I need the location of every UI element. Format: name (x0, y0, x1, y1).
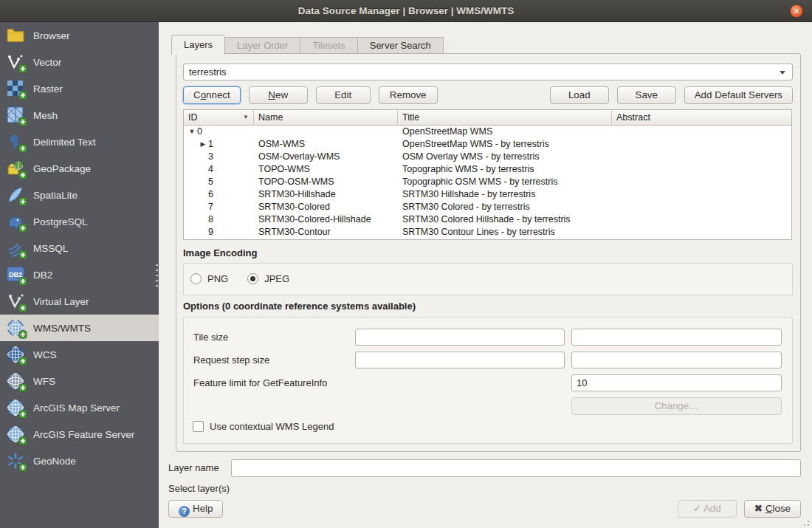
dialog-buttons: ?Help ✓Add ✖Close (168, 500, 801, 518)
connect-button[interactable]: Connect (183, 86, 241, 104)
request-step-height-input[interactable] (571, 352, 782, 368)
png-radio-label[interactable]: PNG (207, 273, 228, 284)
table-row[interactable]: 6 SRTM30-Hillshade SRTM30 Hillshade - by… (184, 188, 791, 201)
feature-limit-input[interactable] (571, 374, 782, 391)
tile-size-height-input[interactable] (571, 329, 782, 346)
table-row[interactable]: 7 SRTM30-Colored SRTM30 Colored - by ter… (184, 201, 791, 213)
remove-button[interactable]: Remove (379, 86, 438, 104)
plus-badge-icon (18, 330, 27, 339)
column-header-abstract[interactable]: Abstract (612, 110, 791, 126)
plus-badge-icon (18, 277, 27, 286)
tile-size-width-input[interactable] (355, 329, 565, 346)
chevron-down-icon (780, 71, 785, 75)
plus-badge-icon (18, 383, 27, 392)
sidebar-item-browser[interactable]: Browser (0, 22, 159, 49)
expander-icon (198, 201, 208, 213)
sidebar-item-virtual-layer[interactable]: Virtual Layer (0, 288, 159, 315)
table-row[interactable]: ▶1 OSM-WMS OpenStreetMap WMS - by terres… (184, 138, 791, 151)
server-select-combo[interactable]: terrestris (183, 64, 793, 80)
sidebar-item-wms-wmts[interactable]: WMS/WMTS (0, 315, 159, 341)
window-title: Data Source Manager | Browser | WMS/WMTS (0, 0, 812, 22)
folder-icon (7, 27, 24, 44)
help-button[interactable]: ?Help (168, 500, 223, 518)
tab-layer-order: Layer Order (225, 37, 300, 54)
sidebar-item-mssql[interactable]: MSSQL (0, 235, 159, 261)
image-encoding-title: Image Encoding (183, 247, 257, 258)
expander-icon (198, 188, 208, 201)
image-encoding-group: PNG JPEG (183, 263, 793, 295)
expander-icon[interactable]: ▶ (198, 138, 208, 151)
tab-layers[interactable]: Layers (171, 35, 225, 55)
table-row[interactable]: 5 TOPO-OSM-WMS Topographic OSM WMS - by … (184, 176, 791, 188)
add-default-servers-button[interactable]: Add Default Servers (684, 86, 793, 104)
sidebar-item-arcgis-feature-server[interactable]: ArcGIS Feature Server (0, 421, 159, 448)
expander-icon (198, 163, 208, 176)
plus-badge-icon (18, 436, 27, 445)
sidebar-item-vector[interactable]: Vector (0, 49, 159, 75)
plus-badge-icon (18, 91, 27, 100)
sidebar-item-arcgis-map-server[interactable]: ArcGIS Map Server (0, 394, 159, 421)
png-radio[interactable] (190, 273, 202, 284)
plus-badge-icon (18, 304, 27, 312)
layers-table-header: ID▼ Name Title Abstract (184, 110, 791, 126)
column-header-title[interactable]: Title (398, 110, 612, 126)
select-layers-hint: Select layer(s) (168, 483, 230, 494)
edit-button[interactable]: Edit (316, 86, 371, 104)
sidebar-item-delimited-text[interactable]: Delimited Text (0, 128, 159, 155)
expander-icon (198, 151, 208, 163)
tab-server-search[interactable]: Server Search (358, 37, 444, 54)
load-button[interactable]: Load (550, 86, 609, 104)
sidebar-item-geonode[interactable]: GeoNode (0, 448, 159, 474)
column-header-name[interactable]: Name (254, 110, 398, 126)
add-button: ✓Add (678, 500, 737, 518)
contextual-legend-checkbox[interactable] (193, 421, 204, 432)
help-icon: ? (179, 506, 190, 517)
save-button[interactable]: Save (617, 86, 676, 104)
sidebar-item-postgresql[interactable]: PostgreSQL (0, 208, 159, 235)
jpeg-radio-label[interactable]: JPEG (264, 273, 289, 284)
sidebar-item-raster[interactable]: Raster (0, 75, 159, 102)
resize-grip[interactable] (801, 518, 810, 527)
sidebar-item-wfs[interactable]: WFS (0, 368, 159, 394)
sidebar-item-spatialite[interactable]: SpatiaLite (0, 182, 159, 208)
plus-badge-icon (18, 357, 27, 366)
tab-tilesets: Tilesets (300, 37, 357, 54)
expander-icon[interactable]: ▼ (187, 126, 197, 138)
layer-name-input[interactable] (231, 459, 801, 477)
change-crs-button: Change… (571, 397, 782, 415)
new-button[interactable]: New (249, 86, 308, 104)
jpeg-radio[interactable] (247, 273, 258, 284)
titlebar[interactable]: Data Source Manager | Browser | WMS/WMTS… (0, 0, 812, 22)
request-step-width-input[interactable] (355, 352, 565, 368)
plus-badge-icon (18, 410, 27, 419)
close-button[interactable]: ✖Close (744, 500, 801, 518)
sidebar-splitter-handle[interactable] (156, 264, 158, 289)
sidebar-item-mesh[interactable]: Mesh (0, 102, 159, 128)
sidebar-item-wcs[interactable]: WCS (0, 341, 159, 368)
layer-name-label: Layer name (168, 459, 219, 477)
table-row[interactable]: 3 OSM-Overlay-WMS OSM Overlay WMS - by t… (184, 151, 791, 163)
contextual-legend-label[interactable]: Use contextual WMS Legend (210, 421, 334, 432)
table-row[interactable]: 4 TOPO-WMS Topographic WMS - by terrestr… (184, 163, 791, 176)
layers-table-body: ▼0 OpenStreetMap WMS ▶1 OSM-WMS OpenStre… (184, 126, 791, 239)
tile-size-label: Tile size (193, 329, 228, 346)
window-close-button[interactable]: ✕ (790, 4, 803, 18)
plus-badge-icon (18, 64, 27, 73)
table-row[interactable]: 8 SRTM30-Colored-Hillshade SRTM30 Colore… (184, 213, 791, 226)
plus-badge-icon (18, 144, 27, 153)
close-x-icon: ✖ (754, 503, 763, 514)
sidebar-item-db2[interactable]: DB2 DB2 (0, 261, 159, 288)
plus-badge-icon (18, 463, 27, 472)
sidebar-item-geopackage[interactable]: GeoPackage (0, 155, 159, 182)
data-source-manager-window: Data Source Manager | Browser | WMS/WMTS… (0, 0, 812, 528)
table-row[interactable]: ▼0 OpenStreetMap WMS (184, 126, 791, 138)
column-header-id[interactable]: ID▼ (184, 110, 254, 126)
expander-icon (198, 213, 208, 226)
options-title: Options (0 coordinate reference systems … (183, 301, 416, 312)
wms-page: Layers Layer Order Tilesets Server Searc… (159, 22, 812, 528)
plus-badge-icon (18, 117, 27, 126)
connection-buttons: Connect New Edit Remove Load Save Add De… (183, 86, 793, 104)
feature-limit-label: Feature limit for GetFeatureInfo (193, 374, 327, 391)
table-row[interactable]: 9 SRTM30-Contour SRTM30 Contour Lines - … (184, 226, 791, 239)
layers-tab-panel: terrestris Connect New Edit Remove Load … (176, 53, 801, 452)
